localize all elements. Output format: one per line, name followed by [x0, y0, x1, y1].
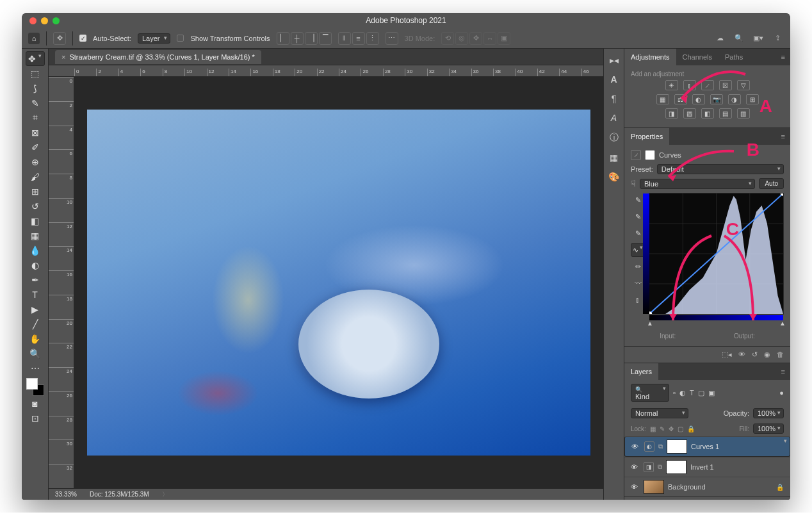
clip-to-layer-icon[interactable]: ⬚◂ — [722, 350, 732, 359]
color-balance-icon[interactable]: ⚖ — [674, 94, 687, 104]
layer-visibility-icon[interactable]: 👁 — [631, 443, 640, 450]
opacity-input[interactable]: 100% — [753, 408, 784, 418]
tab-adjustments[interactable]: Adjustments — [624, 49, 676, 65]
auto-select-target-dropdown[interactable]: Layer — [138, 33, 171, 44]
gradient-map-icon[interactable]: ▤ — [719, 108, 732, 119]
white-point-slider[interactable]: ▲ — [779, 320, 786, 327]
gradient-tool[interactable]: ▦ — [26, 228, 45, 243]
move-tool[interactable]: ✥ — [26, 51, 45, 66]
zoom-tool[interactable]: 🔍 — [26, 346, 45, 361]
align-center-h-icon[interactable]: ┼ — [291, 32, 304, 45]
healing-brush-tool[interactable]: ⊕ — [26, 154, 45, 169]
close-window-button[interactable] — [29, 17, 37, 24]
color-swatches[interactable] — [26, 378, 44, 396]
paragraph-panel-icon[interactable]: ¶ — [612, 94, 617, 104]
targeted-adjustment-icon[interactable]: ☟ — [631, 179, 636, 188]
frame-tool[interactable]: ⊠ — [26, 125, 45, 140]
swatches-panel-icon[interactable]: ▦ — [610, 152, 618, 163]
crop-tool[interactable]: ⌗ — [26, 110, 45, 125]
curves-icon[interactable]: ⟋ — [701, 80, 714, 90]
reset-icon[interactable]: ↺ — [752, 350, 758, 359]
delete-adjustment-icon[interactable]: 🗑 — [777, 350, 784, 359]
layer-invert-1[interactable]: 👁 ◨ ⧉ Invert 1 — [624, 457, 790, 477]
lock-all-icon[interactable]: 🔒 — [687, 425, 695, 432]
layer-visibility-icon[interactable]: 👁 — [631, 463, 640, 471]
auto-button[interactable]: Auto — [759, 178, 784, 189]
lock-image-icon[interactable]: ✎ — [660, 425, 665, 432]
layer-name[interactable]: Curves 1 — [691, 443, 719, 450]
auto-select-checkbox[interactable]: ✓ — [79, 35, 86, 42]
eraser-tool[interactable]: ◧ — [26, 213, 45, 228]
exposure-icon[interactable]: ☒ — [719, 80, 732, 90]
channel-mixer-icon[interactable]: ◑ — [728, 94, 741, 104]
align-top-icon[interactable]: ▔ — [319, 32, 332, 45]
info-panel-icon[interactable]: ⓘ — [610, 132, 619, 144]
share-icon[interactable]: ⇪ — [771, 32, 784, 45]
tab-paths[interactable]: Paths — [719, 49, 749, 65]
layer-curves-1[interactable]: 👁 ◐ ⧉ Curves 1 — [624, 436, 790, 457]
filter-smartobject-icon[interactable]: ▣ — [708, 389, 715, 397]
adjustments-panel-menu-icon[interactable]: ≡ — [776, 53, 790, 61]
type-tool[interactable]: T — [26, 287, 45, 302]
toggle-visibility-icon[interactable]: 👁 — [738, 350, 745, 359]
path-selection-tool[interactable]: ▶ — [26, 302, 45, 316]
view-previous-icon[interactable]: ◉ — [764, 350, 770, 359]
filter-pixel-icon[interactable]: ▫ — [673, 389, 676, 397]
threshold-icon[interactable]: ◧ — [701, 108, 714, 119]
glyphs-panel-icon[interactable]: A — [611, 113, 617, 123]
color-panel-icon[interactable]: 🎨 — [608, 172, 619, 182]
quick-selection-tool[interactable]: ✎ — [26, 95, 45, 110]
curves-graph[interactable]: ▲ ▲ — [649, 193, 784, 315]
tab-layers[interactable]: Layers — [624, 363, 658, 380]
preset-dropdown[interactable]: Default — [657, 164, 784, 174]
selective-color-icon[interactable]: ▥ — [737, 108, 750, 119]
photo-filter-icon[interactable]: 📷 — [710, 94, 723, 104]
properties-panel-menu-icon[interactable]: ≡ — [776, 133, 790, 140]
screen-mode-toggle[interactable]: ⊡ — [26, 411, 45, 425]
fill-input[interactable]: 100% — [753, 423, 784, 434]
layer-name[interactable]: Background — [668, 483, 706, 491]
align-left-icon[interactable]: ▏ — [277, 32, 289, 45]
vibrance-icon[interactable]: ▽ — [737, 80, 750, 90]
history-panel-icon[interactable]: ▸◂ — [610, 55, 619, 65]
lock-position-icon[interactable]: ✥ — [669, 425, 674, 432]
layer-mask-thumbnail[interactable] — [666, 460, 686, 474]
mask-link-icon[interactable]: ⧉ — [658, 463, 662, 471]
minimize-window-button[interactable] — [41, 17, 48, 24]
lock-artboard-icon[interactable]: ▢ — [678, 425, 683, 432]
tab-properties[interactable]: Properties — [624, 128, 669, 145]
search-icon[interactable]: 🔍 — [733, 32, 745, 45]
levels-icon[interactable]: ⫿ — [683, 80, 696, 90]
home-button[interactable]: ⌂ — [28, 33, 40, 44]
doc-size[interactable]: Doc: 125.3M/125.3M — [90, 491, 149, 498]
layer-name[interactable]: Invert 1 — [690, 463, 714, 471]
canvas-area[interactable] — [74, 77, 603, 488]
character-panel-icon[interactable]: A — [610, 74, 617, 85]
channel-dropdown[interactable]: Blue — [640, 179, 755, 189]
filter-type-icon[interactable]: T — [690, 389, 694, 397]
brush-tool[interactable]: 🖌 — [26, 169, 45, 184]
marquee-tool[interactable]: ⬚ — [26, 66, 45, 81]
layer-filter-kind-dropdown[interactable]: 🔍 Kind — [631, 384, 669, 402]
pen-tool[interactable]: ✒ — [26, 272, 45, 287]
horizontal-ruler[interactable]: 0246810121416182022242628303234363840424… — [49, 65, 603, 77]
edit-toolbar[interactable]: ⋯ — [26, 361, 45, 375]
black-white-icon[interactable]: ◐ — [692, 94, 705, 104]
mask-link-icon[interactable]: ⧉ — [658, 443, 663, 450]
dodge-tool[interactable]: ◐ — [26, 258, 45, 272]
layer-thumbnail[interactable] — [644, 480, 664, 494]
history-brush-tool[interactable]: ↺ — [26, 199, 45, 213]
workspace-switcher-icon[interactable]: ▣▾ — [752, 32, 765, 45]
show-transform-checkbox[interactable] — [177, 35, 184, 42]
distribute-spacing-icon[interactable]: ⋮ — [366, 32, 379, 45]
clone-stamp-tool[interactable]: ⊞ — [26, 184, 45, 199]
distribute-h-icon[interactable]: ⫴ — [338, 32, 351, 45]
align-right-icon[interactable]: ▕ — [305, 32, 318, 45]
lasso-tool[interactable]: ⟆ — [26, 81, 45, 95]
vertical-ruler[interactable]: 02468101214161820222426283032 — [49, 77, 74, 488]
eyedropper-tool[interactable]: ✐ — [26, 140, 45, 154]
layer-mask-icon[interactable] — [645, 150, 655, 160]
black-point-slider[interactable]: ▲ — [647, 320, 653, 327]
distribute-v-icon[interactable]: ≡ — [352, 32, 365, 45]
hand-tool[interactable]: ✋ — [26, 331, 45, 346]
